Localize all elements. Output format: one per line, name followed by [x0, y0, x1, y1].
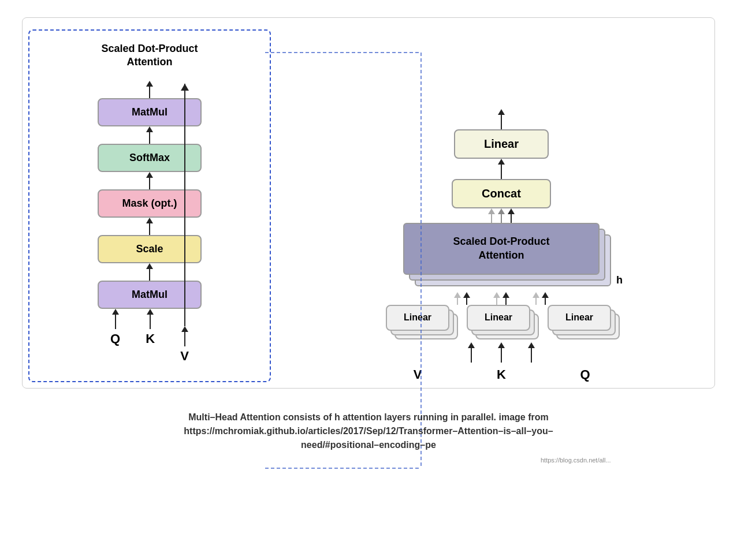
linear-group-q: Linear [548, 305, 617, 342]
q-input: Q [110, 309, 120, 346]
linear-group-v: Linear [386, 305, 455, 342]
black-head-v [463, 292, 470, 298]
arrow-group-q [533, 292, 549, 305]
gray-line [491, 214, 492, 223]
arrow-group-v [454, 292, 470, 305]
gray-line-q1 [535, 298, 537, 305]
arrow-line [149, 132, 150, 144]
arrow-line [149, 223, 150, 235]
linear-group-k: Linear [467, 305, 536, 342]
caption-line2: https://mchromiak.github.io/articles/201… [184, 426, 553, 436]
gray-line-v1 [457, 298, 458, 305]
k-input: K [146, 309, 155, 346]
arrow-head [112, 309, 119, 315]
caption-area: Multi–Head Attention consists of h atten… [184, 399, 553, 452]
arrow-head [147, 309, 154, 315]
input-arrows-right [468, 342, 535, 363]
gray-arrow-1 [488, 208, 495, 223]
q-label-right: Q [549, 367, 621, 382]
arrow-line [115, 315, 116, 329]
sdpa-box-front: Scaled Dot-Product Attention [403, 223, 600, 275]
node-matmul-bottom: MatMul [98, 281, 202, 309]
arrow-head-v-in [468, 342, 475, 348]
sdpa-label: Scaled Dot-Product Attention [453, 235, 549, 262]
black-arrow-head [508, 208, 515, 214]
sdpa-stack: Scaled Dot-Product Attention h [403, 223, 600, 286]
arrow-head [146, 218, 153, 223]
arrow-head [146, 81, 153, 87]
arrow-q [112, 309, 119, 329]
arrow-linear-concat [498, 159, 505, 179]
arrow-line [150, 315, 151, 329]
caption-line3: need/#positional–encoding–pe [301, 440, 436, 450]
node-scale: Scale [98, 235, 202, 263]
black-up-k [502, 292, 509, 305]
arrow-mask-scale [146, 218, 153, 235]
arrow-k [147, 309, 154, 329]
line-k-in [501, 348, 502, 363]
arrow-softmax-mask [146, 172, 153, 189]
left-node-stack: MatMul SoftMax Mask (opt.) Scale MatMul [98, 81, 202, 364]
line-v-in [471, 348, 472, 363]
node-linear-top: Linear [454, 129, 549, 159]
black-line-v [466, 298, 467, 305]
black-up-v [463, 292, 470, 305]
v-label-right: V [382, 367, 454, 382]
black-line [511, 214, 512, 223]
arrow-line [149, 178, 150, 189]
q-label: Q [110, 331, 120, 346]
node-concat: Concat [452, 179, 551, 208]
arrow-head [498, 109, 505, 115]
vkq-labels-right: V K Q [382, 365, 621, 382]
arrow-head [498, 159, 505, 165]
main-diagram: Scaled Dot-Product Attention MatMul Soft… [22, 17, 715, 389]
black-up-q [542, 292, 549, 305]
black-arrow-sdpa [508, 208, 515, 223]
gray-arrow-head [488, 208, 495, 214]
k-label-right: K [466, 367, 538, 382]
arrow-head [181, 326, 188, 332]
v-input: V [180, 309, 189, 364]
gray-up-v1 [454, 292, 461, 305]
arrow-head-k-in [498, 342, 505, 348]
arrow-head [146, 263, 153, 269]
arrow-line [149, 87, 150, 98]
arrow-q-in [528, 342, 535, 363]
gray-line2 [501, 214, 502, 223]
arrow-matmul-softmax [146, 126, 153, 144]
arrow-line [501, 115, 502, 129]
black-head-q [542, 292, 549, 298]
arrow-line [149, 269, 150, 281]
arrow-out-top [146, 81, 153, 98]
arrow-scale-matmul [146, 263, 153, 281]
node-softmax: SoftMax [98, 144, 202, 172]
gray-line-k1 [496, 298, 497, 305]
gray-head-k1 [493, 292, 500, 298]
gray-head-q1 [533, 292, 539, 298]
watermark: https://blog.csdn.net/all... [541, 457, 611, 464]
left-panel: Scaled Dot-Product Attention MatMul Soft… [28, 29, 271, 382]
v-label: V [180, 349, 189, 364]
linear-front-v: Linear [386, 305, 449, 331]
arrow-v [181, 326, 188, 346]
arrow-k-in [498, 342, 505, 363]
right-panel: Linear Concat [294, 109, 709, 382]
gray-head-v1 [454, 292, 461, 298]
left-panel-title: Scaled Dot-Product Attention [101, 42, 198, 69]
caption-line1: Multi–Head Attention consists of h atten… [188, 412, 548, 422]
linear-front-k: Linear [467, 305, 530, 331]
gray-up-k1 [493, 292, 500, 305]
linear-front-q: Linear [548, 305, 611, 331]
line-q-in [531, 348, 532, 363]
arrow-line [184, 332, 185, 346]
gray-up-q1 [533, 292, 539, 305]
arrow-head-q-in [528, 342, 535, 348]
h-label: h [616, 274, 623, 286]
arrow-group-k [493, 292, 509, 305]
black-head-k [502, 292, 509, 298]
node-mask: Mask (opt.) [98, 189, 202, 218]
stacked-linear-v: Linear [386, 305, 455, 342]
arrow-line [501, 165, 502, 179]
arrow-head [146, 172, 153, 178]
linear-row: Linear Linear Linear [386, 305, 617, 342]
